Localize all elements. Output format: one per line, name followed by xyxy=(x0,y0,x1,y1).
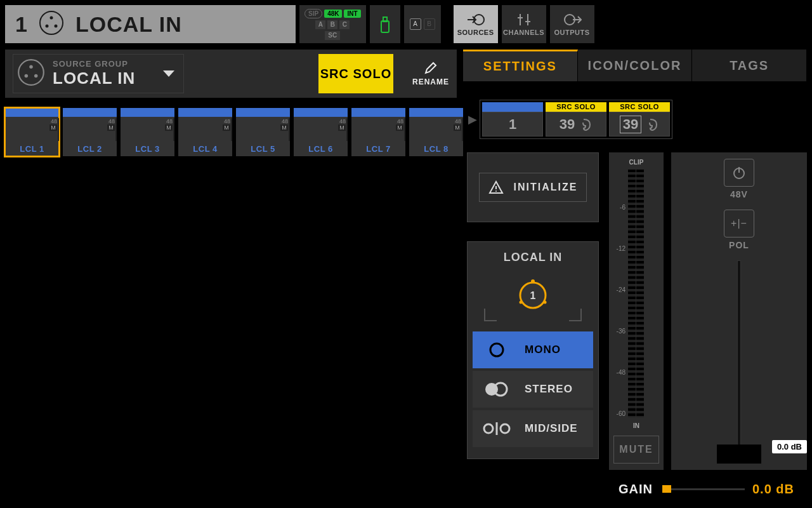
svg-point-2 xyxy=(45,25,48,28)
selection-strip: ▶ 1 SRC SOLO 39 SRC SOLO 39 xyxy=(463,97,679,142)
knob-icon[interactable]: 1 xyxy=(514,277,551,316)
gain-panel: 48V +|− POL 0.0 dB xyxy=(671,152,807,470)
nav-channels[interactable]: CHANNELS xyxy=(502,5,546,43)
sources-icon xyxy=(466,12,485,27)
phantom-48v-button[interactable] xyxy=(724,159,754,187)
gain-fader[interactable] xyxy=(726,260,752,464)
svg-point-11 xyxy=(34,74,38,78)
meter-panel: CLIP -6-12-24-36-48-60 IN MUTE xyxy=(609,152,664,470)
gain-row: GAIN 0.0 dB xyxy=(609,474,794,504)
usb-button[interactable] xyxy=(370,5,400,43)
clock-indicator: INT xyxy=(344,10,360,18)
usb-icon xyxy=(378,15,392,34)
mode-stereo-button[interactable]: STEREO xyxy=(473,371,593,408)
xlr-icon xyxy=(17,58,45,89)
svg-point-8 xyxy=(18,60,44,85)
polarity-label: POL xyxy=(729,240,749,250)
channel-header: 1 LOCAL IN xyxy=(5,5,296,43)
warning-icon xyxy=(488,180,504,194)
midside-icon xyxy=(483,420,511,437)
slot-c: C xyxy=(339,20,350,29)
sip-indicator: SIP xyxy=(304,9,322,18)
ear-icon xyxy=(646,117,659,131)
source-group-row: SOURCE GROUP LOCAL IN SRC SOLO RENAME xyxy=(5,50,457,98)
svg-point-3 xyxy=(54,25,57,28)
polarity-button[interactable]: +|− xyxy=(724,210,754,237)
tab-tags[interactable]: TAGS xyxy=(692,50,807,81)
source-group-label: SOURCE GROUP xyxy=(53,59,135,69)
svg-text:1: 1 xyxy=(530,290,536,301)
mono-icon xyxy=(483,342,511,358)
source-tile[interactable]: 48MLCL 2 xyxy=(63,108,117,156)
scene-a: A xyxy=(410,18,421,30)
mute-button[interactable]: MUTE xyxy=(613,436,659,464)
channel-title: LOCAL IN xyxy=(75,12,182,37)
xlr-icon xyxy=(39,10,64,38)
source-tile[interactable]: 48MLCL 1 xyxy=(5,108,59,156)
slot-a: A xyxy=(315,20,325,29)
svg-point-16 xyxy=(520,301,523,304)
source-group-dropdown[interactable]: SOURCE GROUP LOCAL IN xyxy=(13,54,184,93)
rate-indicator: 48K xyxy=(324,10,342,18)
source-tile[interactable]: 48MLCL 5 xyxy=(236,108,290,156)
mode-mono-button[interactable]: MONO xyxy=(473,331,593,368)
svg-point-1 xyxy=(49,17,53,20)
local-in-title: LOCAL IN xyxy=(473,251,593,264)
nav-sources[interactable]: SOURCES xyxy=(454,5,498,43)
in-label: IN xyxy=(633,422,639,429)
source-tiles: 48MLCL 1 48MLCL 2 48MLCL 3 48MLCL 4 48ML… xyxy=(5,108,463,156)
src-solo-button[interactable]: SRC SOLO xyxy=(318,54,393,93)
channel-number: 1 xyxy=(15,12,27,37)
pencil-icon xyxy=(424,61,438,75)
svg-point-22 xyxy=(484,424,493,433)
outputs-icon xyxy=(563,12,582,27)
initialize-button[interactable]: INITIALIZE xyxy=(479,173,587,202)
svg-point-17 xyxy=(544,301,547,304)
channels-icon xyxy=(514,12,534,27)
power-icon xyxy=(731,165,747,180)
status-indicators[interactable]: SIP 48K INT A B C SC xyxy=(299,5,366,43)
clip-label: CLIP xyxy=(629,159,644,166)
source-tile[interactable]: 48MLCL 8 xyxy=(409,108,463,156)
arrow-right-icon: ▶ xyxy=(468,112,477,126)
initialize-panel: INITIALIZE xyxy=(467,152,599,222)
source-tile[interactable]: 48MLCL 7 xyxy=(351,108,405,156)
rename-button[interactable]: RENAME xyxy=(412,61,449,86)
nav-outputs[interactable]: OUTPUTS xyxy=(550,5,594,43)
svg-point-15 xyxy=(531,279,535,283)
svg-rect-4 xyxy=(381,21,389,32)
input-meter: -6-12-24-36-48-60 xyxy=(628,170,645,417)
tab-icon-color[interactable]: ICON/COLOR xyxy=(578,50,693,81)
scene-b: B xyxy=(424,18,435,30)
source-group-value: LOCAL IN xyxy=(53,69,135,88)
svg-point-10 xyxy=(25,74,29,78)
ear-icon xyxy=(580,117,593,131)
source-tile[interactable]: 48MLCL 6 xyxy=(294,108,348,156)
phantom-48v-label: 48V xyxy=(730,189,748,199)
scene-ab-button[interactable]: A B xyxy=(404,5,441,43)
gain-slider[interactable] xyxy=(662,481,745,497)
svg-point-9 xyxy=(29,65,33,69)
gain-readout: 0.0 dB xyxy=(772,440,807,453)
sel-cell[interactable]: 1 xyxy=(482,102,543,137)
sel-cell[interactable]: SRC SOLO 39 xyxy=(609,102,670,137)
source-tile[interactable]: 48MLCL 3 xyxy=(121,108,174,156)
svg-point-13 xyxy=(495,190,497,192)
gain-value: 0.0 dB xyxy=(745,482,794,497)
mode-midside-button[interactable]: MID/SIDE xyxy=(473,410,593,447)
chevron-down-icon xyxy=(163,70,174,77)
source-tile[interactable]: 48MLCL 4 xyxy=(178,108,232,156)
polarity-icon: +|− xyxy=(731,218,747,229)
gain-label: GAIN xyxy=(609,482,662,497)
local-in-panel: LOCAL IN 1 MONO STEREO MID/SIDE xyxy=(467,241,599,459)
slot-b: B xyxy=(327,20,337,29)
svg-point-0 xyxy=(40,11,63,34)
svg-point-19 xyxy=(490,344,503,356)
svg-point-24 xyxy=(501,424,509,433)
stereo-icon xyxy=(483,381,511,398)
tab-settings[interactable]: SETTINGS xyxy=(463,50,578,81)
sel-cell[interactable]: SRC SOLO 39 xyxy=(546,102,606,137)
sc-indicator: SC xyxy=(325,31,340,40)
